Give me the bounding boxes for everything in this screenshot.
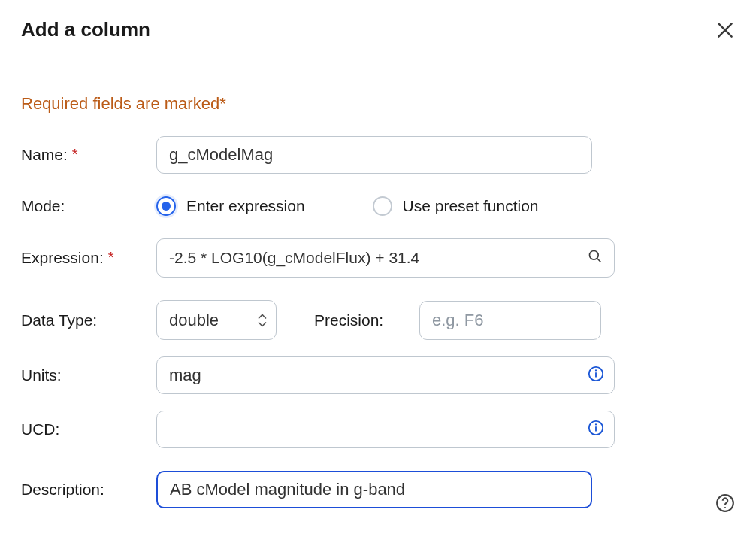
precision-label: Precision: xyxy=(314,311,419,329)
search-icon[interactable] xyxy=(588,249,603,267)
help-icon[interactable] xyxy=(715,493,735,516)
ucd-input[interactable] xyxy=(156,411,615,448)
expression-input[interactable] xyxy=(156,238,615,278)
datatype-value: double xyxy=(169,311,219,330)
name-input[interactable] xyxy=(156,136,592,174)
description-label: Description: xyxy=(21,481,156,499)
mode-radio-expression[interactable]: Enter expression xyxy=(156,196,305,216)
datatype-select[interactable]: double xyxy=(156,300,277,340)
dialog-title: Add a column xyxy=(21,18,150,41)
svg-point-6 xyxy=(595,369,597,371)
datatype-label: Data Type: xyxy=(21,311,156,329)
mode-radio-expression-label: Enter expression xyxy=(186,197,305,215)
info-icon[interactable] xyxy=(588,420,604,439)
close-icon[interactable] xyxy=(715,18,735,40)
required-fields-hint: Required fields are marked* xyxy=(21,94,735,114)
svg-point-9 xyxy=(595,423,597,425)
units-label: Units: xyxy=(21,366,156,384)
radio-unselected-icon xyxy=(373,196,392,216)
expression-label: Expression:* xyxy=(21,249,156,267)
svg-point-11 xyxy=(724,507,726,508)
ucd-label: UCD: xyxy=(21,420,156,438)
info-icon[interactable] xyxy=(588,366,604,385)
svg-line-3 xyxy=(597,259,601,262)
name-label: Name:* xyxy=(21,146,156,164)
description-input[interactable] xyxy=(156,471,592,508)
radio-selected-icon xyxy=(156,196,176,216)
precision-input[interactable] xyxy=(419,301,601,340)
chevron-updown-icon xyxy=(258,314,267,326)
mode-radio-preset-label: Use preset function xyxy=(403,197,539,215)
mode-radio-preset[interactable]: Use preset function xyxy=(373,196,539,216)
svg-point-2 xyxy=(590,251,599,260)
units-input[interactable] xyxy=(156,356,615,394)
mode-label: Mode: xyxy=(21,197,156,215)
